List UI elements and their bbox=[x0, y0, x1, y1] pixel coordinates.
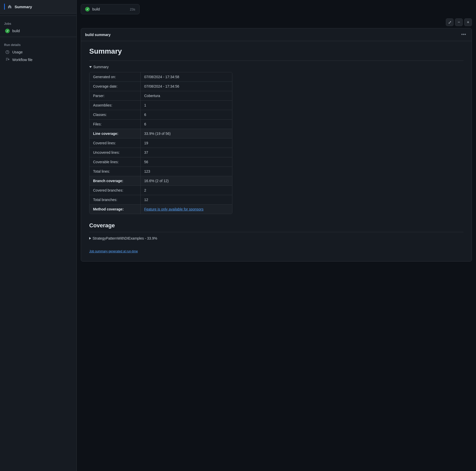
sidebar-usage-label: Usage bbox=[12, 50, 22, 54]
coverage-divider bbox=[89, 232, 463, 232]
table-row: Generated on:07/08/2024 - 17:34:58 bbox=[89, 72, 232, 82]
table-cell-label: Uncovered lines: bbox=[89, 148, 141, 157]
collapse-triangle-icon bbox=[89, 66, 92, 68]
table-row: Covered branches:2 bbox=[89, 186, 232, 195]
build-job-card[interactable]: build 23s bbox=[81, 4, 140, 14]
toolbar: ⤢ − + bbox=[81, 18, 472, 26]
table-cell-value: 19 bbox=[141, 138, 232, 148]
build-status-icon bbox=[5, 29, 10, 33]
usage-icon bbox=[5, 50, 10, 54]
table-cell-value: 16.6% (2 of 12) bbox=[141, 176, 232, 185]
table-cell-label: Method coverage: bbox=[89, 205, 141, 214]
summary-main-heading: Summary bbox=[89, 47, 463, 55]
plus-icon: + bbox=[467, 20, 469, 25]
table-cell-value: Cobertura bbox=[141, 91, 232, 100]
main-content: build 23s ⤢ − + build summary ••• Summar… bbox=[77, 0, 476, 471]
table-cell-label: Parser: bbox=[89, 91, 141, 100]
table-row: Method coverage:Feature is only availabl… bbox=[89, 205, 232, 214]
build-card-status-icon bbox=[85, 7, 90, 11]
table-cell-label: Covered branches: bbox=[89, 186, 141, 195]
table-cell-label: Total lines: bbox=[89, 167, 141, 176]
table-row: Files:6 bbox=[89, 120, 232, 129]
coverage-heading: Coverage bbox=[89, 222, 463, 229]
summary-table: Generated on:07/08/2024 - 17:34:58Covera… bbox=[89, 72, 232, 214]
zoom-out-button[interactable]: − bbox=[455, 18, 463, 26]
sidebar-summary-label: Summary bbox=[15, 5, 32, 9]
collapsible-label: Summary bbox=[93, 65, 109, 69]
active-indicator bbox=[4, 4, 5, 10]
table-cell-value: 1 bbox=[141, 101, 232, 110]
summary-card-body: Summary Summary Generated on:07/08/2024 … bbox=[81, 41, 472, 261]
table-row: Branch coverage:16.6% (2 of 12) bbox=[89, 176, 232, 186]
sidebar-workflow-label: Workflow file bbox=[12, 58, 32, 62]
workflow-icon bbox=[5, 57, 10, 62]
table-cell-label: Classes: bbox=[89, 110, 141, 119]
table-row: Classes:6 bbox=[89, 110, 232, 120]
table-cell-label: Assemblies: bbox=[89, 101, 141, 110]
sidebar-build-label: build bbox=[12, 29, 20, 33]
jobs-section-label: Jobs bbox=[0, 18, 76, 27]
table-row: Coverage date:07/08/2024 - 17:34:56 bbox=[89, 82, 232, 91]
expand-button[interactable]: ⤢ bbox=[446, 18, 454, 26]
table-cell-label: Files: bbox=[89, 120, 141, 129]
table-row: Covered lines:19 bbox=[89, 138, 232, 148]
build-card-label: build bbox=[92, 7, 100, 11]
expand-triangle-icon bbox=[89, 237, 91, 240]
heading-divider bbox=[89, 61, 463, 61]
table-cell-value: 56 bbox=[141, 157, 232, 167]
table-row: Parser:Cobertura bbox=[89, 91, 232, 101]
sidebar-divider-1 bbox=[0, 16, 76, 16]
table-cell-value: 33.9% (19 of 56) bbox=[141, 129, 232, 138]
summary-card-title: build summary bbox=[85, 33, 111, 37]
table-cell-value: 12 bbox=[141, 195, 232, 204]
sidebar-workflow-item[interactable]: Workflow file bbox=[0, 56, 76, 64]
coverage-item[interactable]: StrategyPatternWithDIExamples - 33.9% bbox=[89, 236, 463, 240]
table-cell-value: 07/08/2024 - 17:34:56 bbox=[141, 82, 232, 91]
table-cell-value: 2 bbox=[141, 186, 232, 195]
table-cell-label: Coverage date: bbox=[89, 82, 141, 91]
summary-card: build summary ••• Summary Summary Genera… bbox=[81, 28, 472, 262]
zoom-in-button[interactable]: + bbox=[464, 18, 472, 26]
sidebar-summary-item[interactable]: Summary bbox=[0, 0, 76, 14]
table-cell-value: 123 bbox=[141, 167, 232, 176]
table-row: Total branches:12 bbox=[89, 195, 232, 205]
sponsor-link[interactable]: Feature is only available for sponsors bbox=[144, 207, 203, 211]
table-cell-label: Line coverage: bbox=[89, 129, 141, 138]
table-row: Coverable lines:56 bbox=[89, 157, 232, 167]
build-job-left: build bbox=[85, 7, 100, 11]
table-cell-value: 37 bbox=[141, 148, 232, 157]
table-row: Assemblies:1 bbox=[89, 101, 232, 110]
minus-icon: − bbox=[458, 20, 460, 25]
table-cell-value: 6 bbox=[141, 120, 232, 129]
sidebar-usage-item[interactable]: Usage bbox=[0, 48, 76, 56]
run-details-label: Run details bbox=[0, 39, 76, 48]
sidebar-divider-2 bbox=[0, 37, 76, 37]
table-cell-label: Total branches: bbox=[89, 195, 141, 204]
footer-note-link[interactable]: Job summary generated at run-time bbox=[89, 250, 138, 253]
coverage-item-label: StrategyPatternWithDIExamples - 33.9% bbox=[93, 236, 157, 240]
home-icon bbox=[7, 4, 12, 9]
sidebar: Summary Jobs build Run details Usage Wor… bbox=[0, 0, 77, 471]
table-cell-label: Coverable lines: bbox=[89, 157, 141, 167]
table-cell-label: Covered lines: bbox=[89, 138, 141, 148]
table-row: Total lines:123 bbox=[89, 167, 232, 176]
table-row: Line coverage:33.9% (19 of 56) bbox=[89, 129, 232, 138]
table-cell-value: 07/08/2024 - 17:34:58 bbox=[141, 72, 232, 81]
table-cell-label: Generated on: bbox=[89, 72, 141, 81]
table-row: Uncovered lines:37 bbox=[89, 148, 232, 157]
sidebar-build-job[interactable]: build bbox=[0, 27, 76, 35]
summary-card-header: build summary ••• bbox=[81, 28, 472, 41]
summary-collapsible-header[interactable]: Summary bbox=[89, 65, 463, 69]
table-cell-value[interactable]: Feature is only available for sponsors bbox=[141, 205, 232, 214]
build-card-duration: 23s bbox=[130, 7, 135, 11]
more-options-button[interactable]: ••• bbox=[460, 31, 468, 38]
table-cell-value: 6 bbox=[141, 110, 232, 119]
table-cell-label: Branch coverage: bbox=[89, 176, 141, 185]
